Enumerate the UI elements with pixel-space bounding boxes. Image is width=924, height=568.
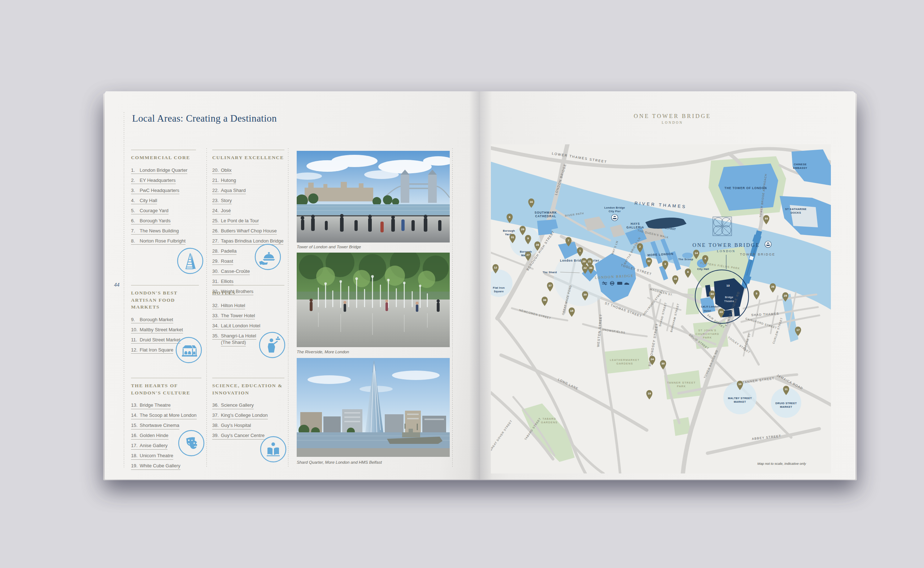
dotted-divider [124, 112, 124, 468]
section-list: 20.Oblix21.Hutong22.Aqua Shard23.Story24… [212, 168, 284, 296]
section-header: SCIENCE, EDUCATION & INNOVATION [212, 382, 284, 396]
left-page: Local Areas: Creating a Destination 44 C… [105, 91, 480, 480]
svg-text:1: 1 [579, 249, 581, 252]
svg-text:10: 10 [738, 382, 742, 386]
svg-text:4: 4 [705, 257, 706, 260]
right-page: ONE TOWER BRIDGE LONDON 45 [480, 91, 854, 480]
section-header: HOTELS [212, 289, 284, 297]
photo-tower-bridge [297, 151, 450, 243]
reading-icon [260, 435, 287, 463]
svg-text:20: 20 [582, 260, 586, 263]
section-culture: THE HEARTS OF LONDON'S CULTURE 13.Bridge… [131, 378, 201, 473]
svg-text:21: 21 [588, 260, 591, 263]
dotted-divider [206, 148, 207, 468]
list-item: 20.Oblix [212, 168, 284, 174]
dotted-divider [452, 148, 453, 468]
svg-text:32: 32 [647, 260, 651, 263]
svg-text:12: 12 [494, 266, 498, 269]
list-item: 26.Butlers Wharf Chop House [212, 228, 284, 235]
section-header: THE HEARTS OF LONDON'S CULTURE [131, 382, 201, 396]
brand-emblem [713, 217, 732, 236]
cloche-icon [254, 243, 281, 270]
list-item: 15.Shortwave Cinema [131, 423, 201, 429]
list-item: 7.The News Building [131, 228, 196, 235]
svg-text:14: 14 [695, 252, 698, 255]
brand-header: ONE TOWER BRIDGE LONDON [613, 113, 732, 124]
svg-text:16: 16 [530, 200, 533, 204]
photo-shard-art [297, 358, 450, 457]
list-item: 32.Hilton Hotel [212, 303, 284, 310]
section-list: 36.Science Gallery37.King's College Lond… [212, 402, 284, 440]
svg-text:36: 36 [590, 266, 593, 270]
svg-text:33: 33 [765, 217, 768, 220]
svg-text:19: 19 [648, 392, 651, 395]
map-label: Hotel [704, 309, 711, 313]
screenshot-root: { "left_page": { "page_number": "44", "t… [0, 0, 924, 568]
svg-text:9: 9 [527, 237, 529, 240]
list-item: 1.London Bridge Quarter [131, 168, 196, 174]
svg-text:31: 31 [511, 236, 514, 239]
location-map: Bridge Theatre ONE TOWER BRIDGE LONDON L… [491, 144, 831, 473]
list-item: 3.PwC Headquarters [131, 188, 196, 195]
svg-text:25: 25 [784, 294, 787, 298]
section-header: COMMERCIAL CORE [131, 154, 196, 161]
list-item: 31.Elliots [212, 279, 284, 286]
map-footnote: Map not to scale, indicative only [757, 462, 806, 465]
photo-shard-quarter [297, 358, 450, 457]
svg-text:2: 2 [639, 245, 641, 248]
map-label: Flat IronSquare [493, 286, 505, 293]
svg-text:38: 38 [543, 298, 546, 302]
svg-text:23: 23 [720, 310, 723, 314]
svg-text:27: 27 [526, 253, 530, 257]
theatre-masks-icon [178, 429, 205, 457]
map-label: SOUTHWARKCATHEDRAL [535, 211, 557, 218]
svg-text:22: 22 [584, 266, 587, 270]
section-culinary-excellence: CULINARY EXCELLENCE 20.Oblix21.Hutong22.… [212, 150, 284, 299]
svg-text:17: 17 [797, 328, 800, 332]
list-item: 8.Norton Rose Fulbright [131, 238, 196, 245]
list-item: 25.Le Pont de la Tour [212, 218, 284, 225]
list-item: 22.Aqua Shard [212, 188, 284, 195]
page-number-left: 44 [114, 282, 119, 288]
svg-text:26: 26 [771, 285, 774, 289]
photo-riverside-fountains [297, 252, 450, 347]
photo-caption: The Riverside, More London [297, 350, 349, 354]
svg-text:5: 5 [756, 292, 758, 295]
svg-text:15: 15 [570, 309, 573, 313]
svg-text:3: 3 [664, 262, 666, 266]
photo-caption: Tower of London and Tower Bridge [297, 245, 361, 249]
list-item: 23.Story [212, 198, 284, 205]
list-item: 37.King's College London [212, 412, 284, 419]
section-list: 1.London Bridge Quarter2.EY Headquarters… [131, 168, 196, 245]
brand-line1: ONE TOWER BRIDGE [613, 113, 732, 119]
list-item: 21.Hutong [212, 178, 284, 184]
map-label: The Scoop [678, 258, 693, 261]
photo-caption: Shard Quarter, More London and HMS Belfa… [297, 460, 382, 464]
list-item: 4.City Hall [131, 198, 196, 205]
map-label: THE TOWER OF LONDON [724, 187, 767, 190]
svg-text:6: 6 [509, 215, 511, 219]
bellhop-icon [259, 331, 286, 359]
svg-text:8: 8 [687, 270, 689, 273]
brand-line2: LONDON [613, 121, 732, 124]
section-header: LONDON'S BEST ARTISAN FOOD MARKETS [131, 289, 199, 311]
svg-text:24: 24 [651, 358, 654, 361]
svg-text:39: 39 [584, 293, 587, 296]
map-label: LaLit London [701, 305, 720, 308]
page-title: Local Areas: Creating a Destination [132, 113, 277, 124]
map-logo-line1: ONE TOWER BRIDGE [693, 242, 760, 248]
svg-text:30: 30 [662, 362, 665, 365]
map-label: TOWER BRIDGE [740, 252, 775, 256]
svg-text:11: 11 [785, 388, 788, 391]
svg-text:7: 7 [568, 239, 570, 242]
map-label: City Hall [697, 267, 709, 270]
section-science-education: SCIENCE, EDUCATION & INNOVATION 36.Scien… [212, 378, 284, 443]
photo-tower-bridge-art [297, 151, 450, 243]
list-item: 6.Borough Yards [131, 218, 196, 225]
map-label: London Bridge Quarter [560, 259, 599, 262]
list-item: 2.EY Headquarters [131, 178, 196, 184]
list-item: 36.Science Gallery [212, 402, 284, 409]
list-item: 19.White Cube Gallery [131, 463, 201, 470]
site-label-line1: Bridge [725, 296, 733, 299]
section-header: CULINARY EXCELLENCE [212, 154, 284, 161]
